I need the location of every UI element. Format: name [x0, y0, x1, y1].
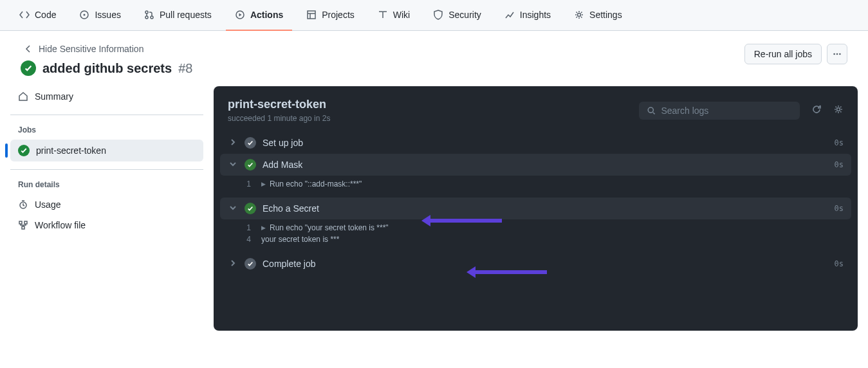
panel-title: print-secret-token — [228, 98, 330, 111]
step-row[interactable]: Set up job 0s — [220, 132, 851, 154]
run-title: added github secrets #8 — [21, 60, 192, 76]
log-line: 1▶Run echo "::add-mask::***" — [220, 178, 851, 190]
svg-point-1 — [84, 14, 86, 15]
arrow-left-icon — [23, 44, 33, 54]
log-block: 1▶Run echo "::add-mask::***" — [220, 176, 851, 198]
sidebar: Summary Jobs print-secret-token Run deta… — [10, 86, 203, 331]
sidebar-item-summary[interactable]: Summary — [10, 86, 203, 107]
step-status-icon — [245, 137, 256, 149]
gear-icon — [833, 104, 844, 115]
sidebar-item-workflow-file[interactable]: Workflow file — [10, 215, 203, 235]
kebab-icon — [833, 49, 842, 59]
sidebar-item-usage[interactable]: Usage — [10, 194, 203, 215]
svg-point-16 — [837, 107, 840, 111]
step-duration: 0s — [835, 160, 844, 169]
code-icon — [19, 10, 30, 20]
annotation-arrow — [425, 219, 502, 223]
reload-button[interactable] — [811, 104, 822, 117]
svg-point-3 — [145, 16, 148, 19]
tab-insights[interactable]: Insights — [495, 0, 560, 31]
step-row[interactable]: Add Mask 0s — [220, 154, 851, 176]
svg-point-8 — [833, 53, 835, 55]
search-icon — [647, 106, 656, 116]
search-logs[interactable] — [639, 102, 800, 120]
tab-projects[interactable]: Projects — [297, 0, 364, 31]
back-link[interactable]: Hide Sensitive Information — [23, 44, 192, 54]
svg-point-2 — [145, 11, 148, 14]
tab-issues[interactable]: Issues — [70, 0, 129, 31]
step-name: Echo a Secret — [263, 203, 828, 214]
success-icon — [21, 60, 36, 76]
tab-code[interactable]: Code — [10, 0, 65, 31]
tab-wiki[interactable]: Wiki — [369, 0, 419, 31]
step-name: Set up job — [263, 138, 828, 148]
home-icon — [18, 91, 28, 102]
sidebar-job-item[interactable]: print-secret-token — [10, 140, 203, 161]
chevron-down-icon — [228, 203, 238, 214]
rerun-all-button[interactable]: Re-run all jobs — [744, 44, 822, 64]
chevron-right-icon — [228, 259, 238, 269]
success-icon — [18, 145, 30, 156]
issues-icon — [79, 10, 89, 20]
annotation-arrow — [470, 270, 547, 274]
insights-icon — [504, 10, 515, 20]
sidebar-jobs-label: Jobs — [10, 115, 203, 140]
svg-point-15 — [648, 107, 653, 113]
repo-tabs: Code Issues Pull requests Actions Projec… — [0, 0, 868, 31]
svg-rect-6 — [308, 11, 315, 19]
svg-point-7 — [578, 13, 581, 16]
log-block: 1▶Run echo "your secret token is ***"4yo… — [220, 219, 851, 253]
log-line: 1▶Run echo "your secret token is ***" — [220, 222, 851, 234]
search-input[interactable] — [661, 106, 792, 116]
reload-icon — [811, 104, 822, 115]
step-duration: 0s — [835, 138, 844, 147]
svg-point-10 — [839, 53, 841, 55]
svg-point-9 — [836, 53, 838, 55]
step-row[interactable]: Echo a Secret 0s — [220, 198, 851, 219]
run-header: Hide Sensitive Information added github … — [0, 31, 868, 76]
tab-actions[interactable]: Actions — [226, 0, 292, 31]
tab-security[interactable]: Security — [424, 0, 490, 31]
log-line: 4your secret token is *** — [220, 234, 851, 245]
tab-settings[interactable]: Settings — [565, 0, 631, 31]
panel-subtitle: succeeded 1 minute ago in 2s — [228, 114, 330, 123]
tab-pull-requests[interactable]: Pull requests — [135, 0, 221, 31]
main-content: Summary Jobs print-secret-token Run deta… — [0, 76, 868, 331]
pr-icon — [144, 10, 154, 20]
svg-rect-13 — [24, 221, 27, 224]
shield-icon — [433, 10, 443, 20]
chevron-down-icon — [228, 160, 238, 170]
projects-icon — [306, 10, 317, 20]
settings-button[interactable] — [833, 104, 844, 117]
svg-point-4 — [151, 16, 153, 19]
actions-icon — [235, 10, 245, 20]
step-status-icon — [245, 203, 256, 214]
step-duration: 0s — [835, 204, 844, 213]
svg-rect-12 — [19, 221, 22, 224]
more-actions-button[interactable] — [827, 44, 847, 64]
step-name: Complete job — [263, 259, 828, 269]
timer-icon — [18, 199, 28, 210]
gear-icon — [574, 10, 584, 20]
sidebar-run-details-label: Run details — [10, 170, 203, 194]
step-status-icon — [245, 159, 256, 170]
step-status-icon — [245, 258, 256, 270]
workflow-icon — [18, 220, 28, 230]
step-name: Add Mask — [263, 160, 828, 170]
step-duration: 0s — [835, 259, 844, 268]
log-panel: print-secret-token succeeded 1 minute ag… — [214, 86, 858, 331]
svg-rect-14 — [22, 226, 24, 229]
chevron-right-icon — [228, 138, 238, 148]
wiki-icon — [378, 10, 388, 20]
